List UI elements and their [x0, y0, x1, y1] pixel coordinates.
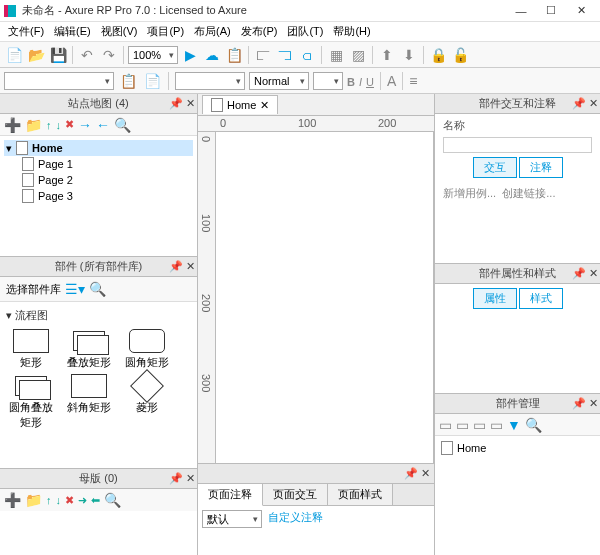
- pin-icon[interactable]: 📌: [572, 267, 586, 280]
- align-center-icon[interactable]: ⫎: [275, 45, 295, 65]
- search-icon[interactable]: 🔍: [525, 417, 542, 433]
- widget-name-input[interactable]: [443, 137, 592, 153]
- menu-team[interactable]: 团队(T): [283, 22, 327, 41]
- add-master-icon[interactable]: ➕: [4, 492, 21, 508]
- paste-style-icon[interactable]: 📄: [142, 71, 162, 91]
- shape-rounded-rect[interactable]: 圆角矩形: [122, 329, 172, 370]
- outdent-icon[interactable]: ←: [96, 117, 110, 133]
- menu-publish[interactable]: 发布(P): [237, 22, 282, 41]
- ungroup-icon[interactable]: ▨: [348, 45, 368, 65]
- shape-diamond[interactable]: 菱形: [122, 374, 172, 430]
- font-select[interactable]: [175, 72, 245, 90]
- group-icon[interactable]: ▦: [326, 45, 346, 65]
- maximize-button[interactable]: ☐: [536, 1, 566, 21]
- indent-icon[interactable]: →: [78, 117, 92, 133]
- shape-rectangle[interactable]: 矩形: [6, 329, 56, 370]
- italic-icon[interactable]: I: [359, 73, 362, 89]
- arrow-right-icon[interactable]: ➜: [78, 494, 87, 507]
- distribute-icon[interactable]: ⫏: [297, 45, 317, 65]
- close-panel-icon[interactable]: ✕: [421, 467, 430, 480]
- create-link-link[interactable]: 创建链接...: [502, 187, 555, 199]
- copy-style-icon[interactable]: 📋: [118, 71, 138, 91]
- notes-default-select[interactable]: 默认: [202, 510, 262, 528]
- tab-page-interactions[interactable]: 页面交互: [263, 484, 328, 505]
- search-icon[interactable]: 🔍: [114, 117, 131, 133]
- tab-page-style[interactable]: 页面样式: [328, 484, 393, 505]
- pin-icon[interactable]: 📌: [572, 97, 586, 110]
- search-icon[interactable]: 🔍: [89, 281, 106, 297]
- add-page-icon[interactable]: ➕: [4, 117, 21, 133]
- mgr-icon[interactable]: ▭: [439, 417, 452, 433]
- menu-help[interactable]: 帮助(H): [329, 22, 374, 41]
- mgr-tree-root[interactable]: Home: [439, 440, 596, 456]
- zoom-select[interactable]: 100%: [128, 46, 178, 64]
- library-menu-icon[interactable]: ☰▾: [65, 281, 85, 297]
- shape-rounded-stack[interactable]: 圆角叠放矩形: [6, 374, 56, 430]
- delete-icon[interactable]: ✖: [65, 494, 74, 507]
- pin-icon[interactable]: 📌: [169, 260, 183, 273]
- menu-view[interactable]: 视图(V): [97, 22, 142, 41]
- font-family-select[interactable]: [4, 72, 114, 90]
- shape-stacked-rect[interactable]: 叠放矩形: [64, 329, 114, 370]
- bold-icon[interactable]: B: [347, 73, 355, 89]
- mgr-icon[interactable]: ▭: [473, 417, 486, 433]
- back-icon[interactable]: ⬇: [399, 45, 419, 65]
- unlock-icon[interactable]: 🔓: [450, 45, 470, 65]
- close-panel-icon[interactable]: ✕: [589, 97, 598, 110]
- new-icon[interactable]: 📄: [4, 45, 24, 65]
- design-canvas[interactable]: [216, 132, 434, 463]
- publish-icon[interactable]: ☁: [202, 45, 222, 65]
- move-down-icon[interactable]: ↓: [56, 494, 62, 506]
- close-panel-icon[interactable]: ✕: [589, 267, 598, 280]
- spec-icon[interactable]: 📋: [224, 45, 244, 65]
- pin-icon[interactable]: 📌: [169, 472, 183, 485]
- underline-icon[interactable]: U: [366, 73, 374, 89]
- close-panel-icon[interactable]: ✕: [186, 97, 195, 110]
- font-style-select[interactable]: Normal: [249, 72, 309, 90]
- pin-icon[interactable]: 📌: [572, 397, 586, 410]
- tree-page[interactable]: Page 1: [20, 156, 193, 172]
- preview-icon[interactable]: ▶: [180, 45, 200, 65]
- tab-page-notes[interactable]: 页面注释: [198, 484, 263, 506]
- close-tab-icon[interactable]: ✕: [260, 99, 269, 112]
- close-panel-icon[interactable]: ✕: [186, 260, 195, 273]
- arrow-left-icon[interactable]: ⬅: [91, 494, 100, 507]
- canvas-tab-home[interactable]: Home✕: [202, 95, 278, 114]
- close-button[interactable]: ✕: [566, 1, 596, 21]
- tree-page[interactable]: Page 2: [20, 172, 193, 188]
- redo-icon[interactable]: ↷: [99, 45, 119, 65]
- menu-arrange[interactable]: 布局(A): [190, 22, 235, 41]
- close-panel-icon[interactable]: ✕: [589, 397, 598, 410]
- close-panel-icon[interactable]: ✕: [186, 472, 195, 485]
- add-folder-icon[interactable]: 📁: [25, 492, 42, 508]
- shape-bevel-rect[interactable]: 斜角矩形: [64, 374, 114, 430]
- mgr-icon[interactable]: ▭: [456, 417, 469, 433]
- tree-page[interactable]: Page 3: [20, 188, 193, 204]
- tab-properties[interactable]: 属性: [473, 288, 517, 309]
- filter-icon[interactable]: ▼: [507, 417, 521, 433]
- undo-icon[interactable]: ↶: [77, 45, 97, 65]
- font-size-select[interactable]: [313, 72, 343, 90]
- pin-icon[interactable]: 📌: [404, 467, 418, 480]
- tree-root[interactable]: ▾Home: [4, 140, 193, 156]
- move-up-icon[interactable]: ↑: [46, 494, 52, 506]
- menu-file[interactable]: 文件(F): [4, 22, 48, 41]
- align-left-icon[interactable]: ⫍: [253, 45, 273, 65]
- text-color-icon[interactable]: A: [387, 73, 396, 89]
- menu-edit[interactable]: 编辑(E): [50, 22, 95, 41]
- mgr-icon[interactable]: ▭: [490, 417, 503, 433]
- tab-style[interactable]: 样式: [519, 288, 563, 309]
- tab-annotations[interactable]: 注释: [519, 157, 563, 178]
- minimize-button[interactable]: —: [506, 1, 536, 21]
- save-icon[interactable]: 💾: [48, 45, 68, 65]
- menu-project[interactable]: 项目(P): [143, 22, 188, 41]
- open-icon[interactable]: 📂: [26, 45, 46, 65]
- add-case-link[interactable]: 新增用例...: [443, 187, 496, 199]
- search-icon[interactable]: 🔍: [104, 492, 121, 508]
- add-folder-icon[interactable]: 📁: [25, 117, 42, 133]
- lock-icon[interactable]: 🔒: [428, 45, 448, 65]
- tab-interactions[interactable]: 交互: [473, 157, 517, 178]
- pin-icon[interactable]: 📌: [169, 97, 183, 110]
- align-text-left-icon[interactable]: ≡: [409, 73, 417, 89]
- custom-notes-link[interactable]: 自定义注释: [268, 510, 323, 551]
